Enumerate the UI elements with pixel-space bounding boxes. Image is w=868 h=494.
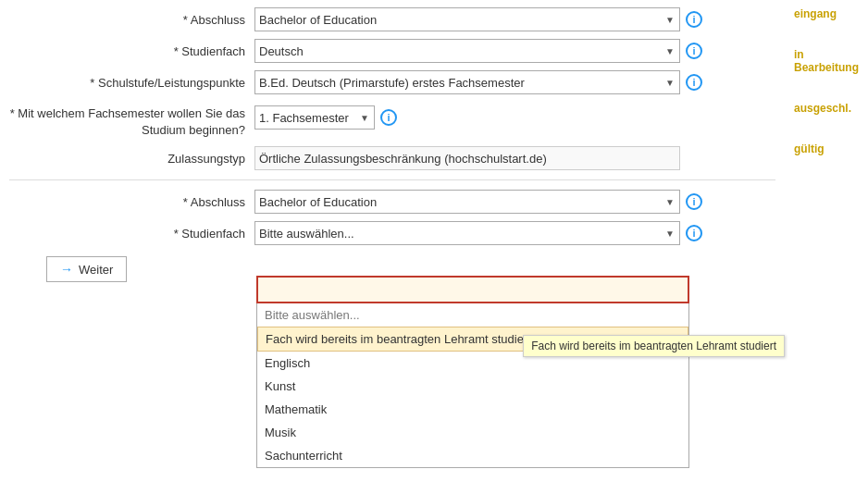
status-eingang: eingang bbox=[794, 7, 837, 20]
studienfach-label-2: * Studienfach bbox=[9, 227, 254, 241]
fachsemester-row: * Mit welchem Fachsemester wollen Sie da… bbox=[0, 102, 785, 139]
schulstufe-control: B.Ed. Deutsch (Primarstufe) erstes Fachs… bbox=[254, 70, 702, 94]
studienfach-control-1: Deutsch i bbox=[254, 39, 702, 63]
fachsemester-info-icon[interactable]: i bbox=[380, 109, 397, 126]
dropdown-item-musik[interactable]: Musik bbox=[257, 421, 688, 444]
weiter-label: Weiter bbox=[79, 263, 113, 277]
studienfach-control-2: Bitte auswählen... i bbox=[254, 221, 702, 245]
sidebar: eingang in Bearbeitung ausgeschl. gültig bbox=[785, 0, 868, 494]
zulassungstyp-row: Zulassungstyp bbox=[0, 146, 785, 170]
abschluss-select-2[interactable]: Bachelor of Education bbox=[254, 190, 680, 214]
studienfach-dropdown: Bitte auswählen... Fach wird bereits im … bbox=[256, 276, 689, 468]
zulassungstyp-input bbox=[254, 146, 680, 170]
studienfach-label-1: * Studienfach bbox=[9, 44, 254, 58]
dropdown-list: Bitte auswählen... Fach wird bereits im … bbox=[256, 303, 689, 468]
fachsemester-select[interactable]: 1. Fachsemester bbox=[254, 105, 375, 130]
abschluss-label-2: * Abschluss bbox=[9, 195, 254, 209]
fachsemester-select-wrapper[interactable]: 1. Fachsemester bbox=[254, 105, 375, 130]
abschluss-info-icon-2[interactable]: i bbox=[686, 193, 702, 210]
abschluss-label-1: * Abschluss bbox=[9, 13, 254, 27]
dropdown-item-sachunterricht[interactable]: Sachunterricht bbox=[257, 444, 688, 467]
studienfach-select-wrapper-1[interactable]: Deutsch bbox=[254, 39, 680, 63]
schulstufe-select-wrapper[interactable]: B.Ed. Deutsch (Primarstufe) erstes Fachs… bbox=[254, 70, 680, 94]
weiter-button[interactable]: → Weiter bbox=[46, 256, 127, 282]
abschluss-select-wrapper-1[interactable]: Bachelor of Education bbox=[254, 7, 680, 31]
weiter-arrow-icon: → bbox=[60, 262, 73, 277]
abschluss-row-2: * Abschluss Bachelor of Education i bbox=[0, 190, 785, 214]
fachsemester-label: * Mit welchem Fachsemester wollen Sie da… bbox=[9, 105, 254, 139]
status-bearbeitung: in Bearbeitung bbox=[794, 48, 859, 74]
abschluss-control-1: Bachelor of Education i bbox=[254, 7, 702, 31]
separator bbox=[9, 179, 775, 180]
dropdown-item-bitte[interactable]: Bitte auswählen... bbox=[257, 303, 688, 327]
schulstufe-select[interactable]: B.Ed. Deutsch (Primarstufe) erstes Fachs… bbox=[254, 70, 680, 94]
zulassungstyp-control bbox=[254, 146, 680, 170]
abschluss-info-icon-1[interactable]: i bbox=[686, 11, 702, 28]
schulstufe-info-icon[interactable]: i bbox=[686, 74, 702, 91]
studienfach-select-1[interactable]: Deutsch bbox=[254, 39, 680, 63]
abschluss-select-1[interactable]: Bachelor of Education bbox=[254, 7, 680, 31]
studienfach-select-wrapper-2[interactable]: Bitte auswählen... bbox=[254, 221, 680, 245]
schulstufe-label: * Schulstufe/Leistungspunkte bbox=[9, 76, 254, 90]
studienfach-select-2[interactable]: Bitte auswählen... bbox=[254, 221, 680, 245]
studienfach-row-1: * Studienfach Deutsch i bbox=[0, 39, 785, 63]
studienfach-row-2: * Studienfach Bitte auswählen... i bbox=[0, 221, 785, 245]
abschluss-row-1: * Abschluss Bachelor of Education i bbox=[0, 7, 785, 31]
abschluss-select-wrapper-2[interactable]: Bachelor of Education bbox=[254, 190, 680, 214]
fachsemester-control: 1. Fachsemester i bbox=[254, 105, 397, 130]
schulstufe-row: * Schulstufe/Leistungspunkte B.Ed. Deuts… bbox=[0, 70, 785, 94]
dropdown-tooltip: Fach wird bereits im beantragten Lehramt… bbox=[523, 335, 785, 357]
studienfach-info-icon-2[interactable]: i bbox=[686, 225, 702, 241]
abschluss-control-2: Bachelor of Education i bbox=[254, 190, 702, 214]
dropdown-search-input[interactable] bbox=[256, 276, 689, 303]
status-ausgeschl: ausgeschl. bbox=[794, 102, 851, 115]
zulassungstyp-label: Zulassungstyp bbox=[9, 152, 254, 166]
dropdown-item-mathematik[interactable]: Mathematik bbox=[257, 398, 688, 421]
studienfach-info-icon-1[interactable]: i bbox=[686, 43, 702, 59]
dropdown-item-kunst[interactable]: Kunst bbox=[257, 375, 688, 398]
status-gueltig: gültig bbox=[794, 142, 825, 155]
